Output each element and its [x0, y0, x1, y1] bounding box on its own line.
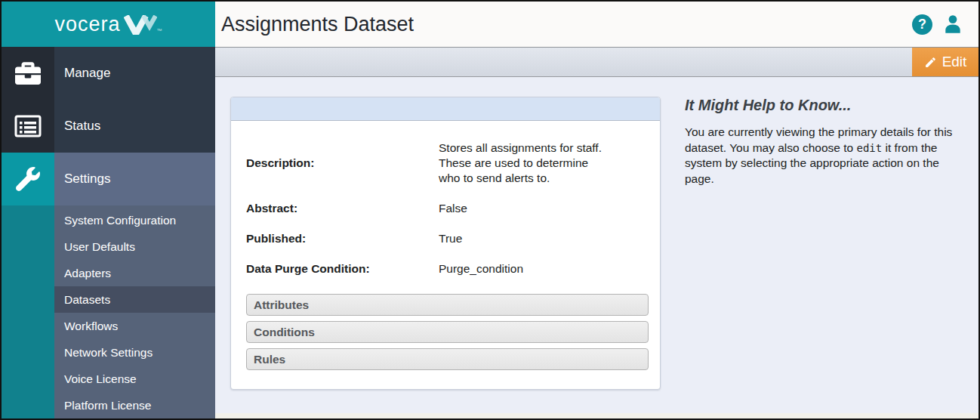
accordion-attributes[interactable]: Attributes	[246, 294, 649, 316]
subnav-list: System Configuration User Defaults Adapt…	[54, 205, 215, 418]
help-code-word: edit	[857, 142, 883, 154]
page-title: Assignments Dataset	[221, 13, 912, 36]
card-header	[231, 97, 660, 121]
sidebar-item-voice-license[interactable]: Voice License	[54, 366, 215, 392]
accordion-sections: Attributes Conditions Rules	[246, 294, 649, 370]
field-label: Abstract:	[246, 202, 439, 215]
edit-button-label: Edit	[942, 54, 967, 70]
sidebar-item-status[interactable]: Status	[2, 100, 215, 153]
action-toolbar: Edit	[215, 47, 978, 77]
trademark-symbol: ™	[157, 28, 162, 33]
sidebar-item-label: Settings	[54, 153, 215, 205]
app-window: vocera ™ Manage	[0, 0, 980, 420]
sidebar-item-settings[interactable]: Settings	[2, 153, 215, 205]
field-value: False	[439, 201, 467, 216]
field-value: True	[439, 231, 462, 246]
accordion-rules[interactable]: Rules	[246, 348, 649, 370]
field-value: Purge_condition	[439, 261, 523, 276]
sidebar-item-adapters[interactable]: Adapters	[54, 260, 215, 286]
field-label: Published:	[246, 232, 439, 246]
dataset-details-card: Description: Stores all assignments for …	[230, 97, 661, 390]
help-panel-heading: It Might Help to Know...	[685, 97, 963, 114]
field-label: Description:	[246, 156, 439, 170]
status-list-icon	[2, 100, 54, 153]
sidebar-item-workflows[interactable]: Workflows	[54, 313, 215, 339]
field-published: Published: True	[246, 231, 649, 246]
titlebar-icons: ?	[912, 14, 963, 35]
title-bar: Assignments Dataset ?	[215, 2, 978, 47]
user-icon[interactable]	[942, 14, 963, 35]
vocera-logo: vocera ™	[54, 11, 162, 38]
help-panel: It Might Help to Know... You are current…	[685, 97, 963, 187]
sidebar: vocera ™ Manage	[2, 2, 215, 418]
sidebar-item-system-configuration[interactable]: System Configuration	[54, 207, 215, 233]
content-area: Description: Stores all assignments for …	[215, 77, 978, 418]
main-area: Assignments Dataset ? Edit	[215, 2, 978, 418]
field-description: Description: Stores all assignments for …	[246, 141, 649, 186]
sidebar-item-label: Manage	[54, 47, 215, 100]
field-data-purge-condition: Data Purge Condition: Purge_condition	[246, 261, 649, 276]
edit-button[interactable]: Edit	[912, 48, 978, 76]
pencil-icon	[924, 56, 937, 69]
briefcase-icon	[2, 47, 54, 100]
accordion-conditions[interactable]: Conditions	[246, 321, 649, 343]
vocera-v-icon	[124, 15, 157, 38]
field-label: Data Purge Condition:	[246, 262, 439, 276]
sidebar-item-manage[interactable]: Manage	[2, 47, 215, 100]
card-body: Description: Stores all assignments for …	[231, 121, 660, 389]
field-abstract: Abstract: False	[246, 201, 649, 216]
sidebar-item-user-defaults[interactable]: User Defaults	[54, 233, 215, 260]
subnav-accent-column	[2, 205, 54, 418]
field-value: Stores all assignments for staff. These …	[439, 141, 611, 186]
wrench-icon	[2, 153, 54, 205]
settings-subnav: System Configuration User Defaults Adapt…	[2, 205, 215, 418]
sidebar-item-datasets[interactable]: Datasets	[54, 286, 215, 313]
sidebar-item-network-settings[interactable]: Network Settings	[54, 339, 215, 366]
help-panel-body: You are currently viewing the primary de…	[685, 125, 963, 187]
bottom-scroll-strip	[215, 413, 978, 418]
sidebar-item-label: Status	[54, 100, 215, 153]
logo-bar[interactable]: vocera ™	[2, 2, 215, 47]
help-icon[interactable]: ?	[912, 14, 932, 35]
sidebar-item-platform-license[interactable]: Platform License	[54, 392, 215, 418]
vocera-logo-text: vocera	[54, 11, 120, 37]
